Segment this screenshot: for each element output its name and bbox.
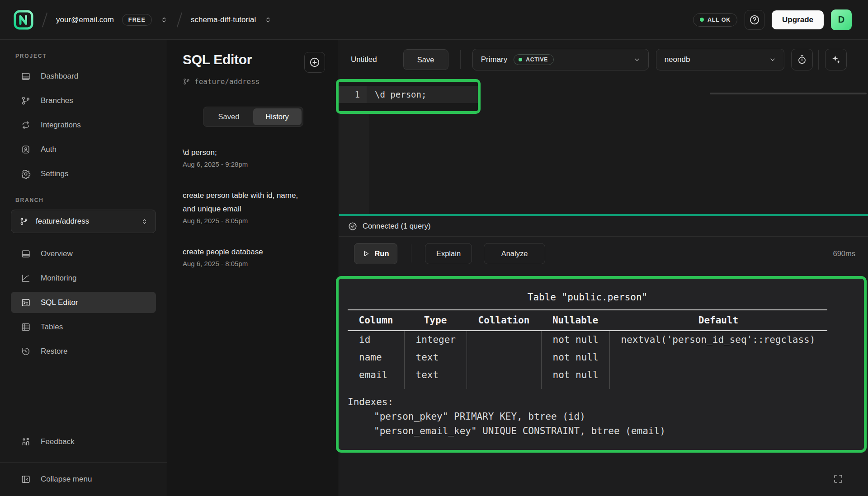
sidebar-item-label: SQL Editor [41, 298, 78, 307]
query-actions-row: Run Explain Analyze 690ms [339, 237, 868, 270]
ai-sparkles-button[interactable] [825, 49, 847, 70]
horizontal-scrollbar[interactable] [710, 93, 867, 94]
highlight-box-results: Table "public.person" Column Type Collat… [336, 276, 867, 453]
editor-branch-label: feature/address [183, 77, 339, 86]
sidebar-item-label: Restore [41, 347, 68, 356]
sidebar-item-label: Overview [41, 249, 73, 258]
run-label: Run [374, 249, 389, 258]
column-header: Type [404, 310, 467, 331]
cell-column: email [348, 366, 404, 384]
sidebar-item-label: Tables [41, 323, 63, 332]
git-branch-icon [19, 217, 28, 226]
sidebar-item-tables[interactable]: Tables [11, 316, 156, 337]
sql-code-text: \d person; [367, 86, 478, 103]
sql-editor-panel: SQL Editor feature/address Saved History… [167, 40, 339, 496]
account-switcher-chevrons-icon[interactable] [160, 16, 168, 24]
connection-statusbar: Connected (1 query) [339, 216, 868, 237]
history-list: \d person; Aug 6, 2025 - 9:28pm create p… [183, 146, 323, 267]
analyze-button[interactable]: Analyze [484, 243, 545, 264]
compute-selector[interactable]: Primary ACTIVE [472, 49, 649, 70]
query-timing-button[interactable] [791, 49, 813, 70]
history-list-item[interactable]: create person table with id, name, and u… [183, 189, 323, 225]
query-results-output: Table "public.person" Column Type Collat… [339, 279, 864, 438]
sidebar-item-monitoring[interactable]: Monitoring [11, 267, 156, 289]
auth-user-icon [21, 145, 31, 154]
avatar[interactable]: D [831, 9, 852, 30]
toolbar-divider [460, 50, 461, 69]
neon-logo-icon[interactable] [14, 10, 33, 30]
cell-default [609, 366, 827, 384]
code-line[interactable]: 1 \d person; [339, 86, 478, 103]
sidebar-item-label: Settings [41, 169, 68, 178]
chevron-down-icon [633, 56, 641, 64]
project-switcher-chevrons-icon[interactable] [264, 16, 272, 24]
collapse-menu-button[interactable]: Collapse menu [0, 468, 167, 490]
database-selector[interactable]: neondb [656, 49, 784, 70]
save-button[interactable]: Save [403, 49, 448, 70]
sidebar-item-restore[interactable]: Restore [11, 341, 156, 362]
cell-collation [467, 366, 541, 384]
column-header: Nullable [541, 310, 609, 331]
sidebar-item-settings[interactable]: Settings [11, 163, 156, 184]
history-item-time: Aug 6, 2025 - 8:05pm [183, 217, 323, 225]
cell-nullable: not null [541, 331, 609, 348]
feedback-button[interactable]: Feedback [0, 431, 167, 452]
fullscreen-icon[interactable] [832, 473, 844, 484]
toolbar-divider [818, 50, 819, 70]
history-item-time: Aug 6, 2025 - 9:28pm [183, 160, 323, 168]
help-button[interactable] [745, 10, 764, 30]
index-entry: "person_pkey" PRIMARY KEY, btree (id) [348, 409, 855, 424]
new-query-button[interactable] [304, 52, 325, 73]
cell-collation [467, 348, 541, 366]
sidebar-item-branches[interactable]: Branches [11, 90, 156, 111]
table-row: email text not null [348, 366, 827, 384]
line-number: 1 [339, 86, 367, 103]
collapse-panel-icon [21, 474, 31, 484]
editor-branch-name: feature/address [194, 77, 260, 86]
run-button[interactable]: Run [354, 243, 397, 264]
branch-selector[interactable]: feature/address [11, 210, 156, 233]
tab-history[interactable]: History [253, 108, 302, 125]
check-circle-icon [348, 221, 358, 231]
query-tab-untitled[interactable]: Untitled [351, 55, 377, 64]
status-ok-dot-icon [700, 18, 704, 22]
active-dot-icon [519, 58, 522, 61]
project-section-label: PROJECT [15, 53, 167, 59]
table-row-spacer [348, 384, 827, 389]
upgrade-button[interactable]: Upgrade [772, 10, 824, 29]
table-grid-icon [21, 322, 31, 332]
explain-button[interactable]: Explain [425, 243, 472, 264]
tab-saved[interactable]: Saved [205, 108, 253, 125]
column-header: Column [348, 310, 404, 331]
account-email[interactable]: your@email.com [56, 15, 114, 24]
indexes-label: Indexes: [348, 395, 855, 409]
sidebar-item-dashboard[interactable]: Dashboard [11, 66, 156, 87]
index-entry: "person_email_key" UNIQUE CONSTRAINT, bt… [348, 424, 855, 438]
history-list-item[interactable]: create people database Aug 6, 2025 - 8:0… [183, 245, 323, 267]
actions-divider [411, 244, 411, 262]
sidebar-item-label: Dashboard [41, 72, 78, 81]
results-table: Column Type Collation Nullable Default i… [348, 309, 827, 389]
sidebar-item-auth[interactable]: Auth [11, 139, 156, 160]
play-icon [362, 250, 370, 257]
cell-column: id [348, 331, 404, 348]
sidebar-item-sql-editor[interactable]: SQL Editor [11, 292, 156, 313]
sidebar-item-overview[interactable]: Overview [11, 243, 156, 264]
project-name[interactable]: schema-diff-tutorial [191, 15, 256, 24]
dashboard-icon [21, 71, 31, 81]
column-header: Default [609, 310, 827, 331]
sidebar-item-label: Integrations [41, 121, 81, 130]
history-list-item[interactable]: \d person; Aug 6, 2025 - 9:28pm [183, 146, 323, 168]
database-selector-value: neondb [665, 55, 690, 64]
plan-badge: FREE [122, 14, 152, 26]
breadcrumb: your@email.com FREE schema-diff-tutorial [0, 10, 272, 30]
page-title: SQL Editor [183, 52, 252, 67]
sidebar-item-integrations[interactable]: Integrations [11, 114, 156, 136]
cell-default [609, 348, 827, 366]
table-row: id integer not null nextval('person_id_s… [348, 331, 827, 348]
collapse-menu-label: Collapse menu [41, 475, 92, 484]
status-badge[interactable]: ALL OK [693, 13, 737, 27]
cell-type: integer [404, 331, 467, 348]
sidebar-item-label: Monitoring [41, 274, 76, 283]
connection-status-text: Connected (1 query) [363, 222, 430, 230]
